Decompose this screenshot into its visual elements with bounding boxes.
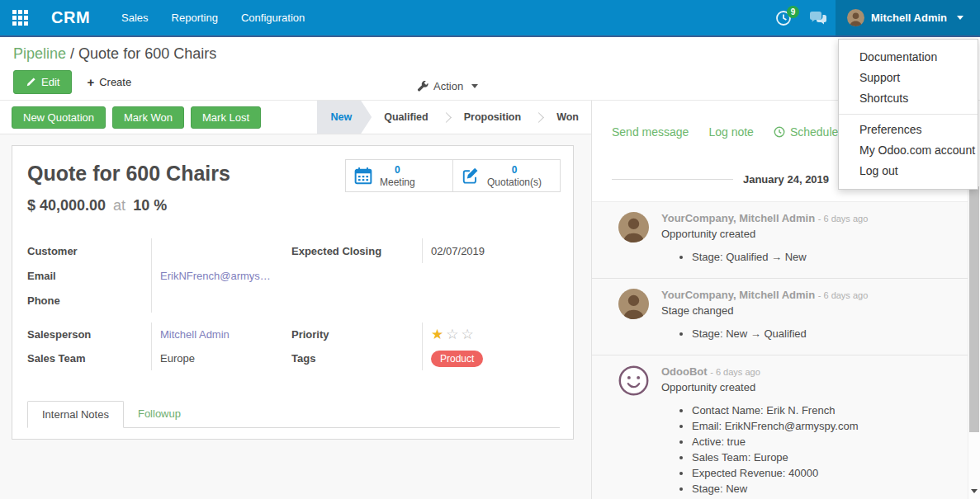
new-quotation-button[interactable]: New Quotation bbox=[12, 106, 106, 129]
menu-item-shortcuts[interactable]: Shortcuts bbox=[839, 88, 978, 109]
schedule-clock-icon bbox=[774, 126, 785, 138]
breadcrumb-separator: / bbox=[70, 45, 74, 62]
top-menu: Sales Reporting Configuration bbox=[121, 12, 305, 24]
customer-label: Customer bbox=[27, 238, 151, 263]
email-label: Email bbox=[27, 263, 151, 288]
menu-item-log-out[interactable]: Log out bbox=[839, 161, 978, 181]
field-group-contact: Customer Expected Closing 02/07/2019 Ema… bbox=[27, 238, 560, 313]
statusbar: New Quotation Mark Won Mark Lost New Qua… bbox=[0, 101, 591, 134]
priority-stars[interactable]: ★☆☆ bbox=[431, 326, 476, 343]
message-body: Stage changed bbox=[661, 304, 947, 317]
toolbar: Edit + Create Action bbox=[13, 70, 980, 94]
message-item: OdooBot - 6 days ago Opportunity created… bbox=[592, 355, 980, 499]
message-timestamp: - 6 days ago bbox=[710, 367, 760, 377]
action-dropdown[interactable]: Action bbox=[417, 80, 478, 92]
activity-count-badge: 9 bbox=[787, 6, 799, 18]
user-name: Mitchell Admin bbox=[871, 12, 947, 24]
edit-button[interactable]: Edit bbox=[13, 70, 72, 94]
mark-won-button[interactable]: Mark Won bbox=[112, 106, 184, 129]
salesperson-label: Salesperson bbox=[27, 322, 151, 346]
opportunity-sheet: Quote for 600 Chairs $ 40,000.00 at 10 % bbox=[12, 145, 574, 440]
stage-pipeline: New Qualified Proposition Won bbox=[317, 101, 591, 134]
message-list: YourCompany, Mitchell Admin - 6 days ago… bbox=[592, 201, 980, 499]
message-item: YourCompany, Mitchell Admin - 6 days ago… bbox=[592, 279, 980, 355]
probability-value: 10 % bbox=[133, 197, 167, 214]
menu-item-my-odoo-account[interactable]: My Odoo.com account bbox=[839, 140, 978, 161]
breadcrumb-current: Quote for 600 Chairs bbox=[78, 45, 216, 62]
stage-new[interactable]: New bbox=[317, 101, 372, 134]
menu-item-support[interactable]: Support bbox=[839, 68, 978, 88]
pencil-icon bbox=[26, 77, 36, 87]
sales-team-label: Sales Team bbox=[27, 346, 151, 370]
menu-item-sales[interactable]: Sales bbox=[121, 12, 149, 24]
breadcrumb-pipeline-link[interactable]: Pipeline bbox=[13, 45, 66, 62]
opportunity-title: Quote for 600 Chairs bbox=[27, 162, 230, 186]
stage-qualified[interactable]: Qualified bbox=[372, 101, 440, 134]
apps-grid-icon bbox=[12, 10, 28, 26]
form-column: New Quotation Mark Won Mark Lost New Qua… bbox=[0, 101, 591, 499]
mark-lost-button[interactable]: Mark Lost bbox=[191, 106, 261, 129]
chevron-down-icon bbox=[471, 84, 478, 88]
message-tracking-values: Contact Name: Erik N. French Email: Erik… bbox=[661, 402, 947, 499]
messages-menu-button[interactable] bbox=[801, 0, 836, 35]
message-author: OdooBot bbox=[661, 365, 708, 378]
stat-button-group: 0 Meeting 0 Quotation(s) bbox=[345, 159, 561, 192]
menu-item-configuration[interactable]: Configuration bbox=[241, 12, 305, 24]
star-empty-icon[interactable]: ☆ bbox=[446, 327, 461, 342]
log-note-link[interactable]: Log note bbox=[708, 125, 754, 139]
chevron-down-icon bbox=[957, 16, 963, 20]
field-group-sales: Salesperson Mitchell Admin Priority ★☆☆ … bbox=[27, 322, 560, 370]
apps-menu-button[interactable] bbox=[0, 0, 40, 35]
calendar-icon bbox=[354, 167, 372, 185]
meetings-stat-button[interactable]: 0 Meeting bbox=[345, 159, 453, 192]
meeting-count: 0 bbox=[395, 164, 400, 176]
control-panel: Pipeline / Quote for 600 Chairs Edit + C… bbox=[0, 37, 980, 101]
create-button[interactable]: + Create bbox=[78, 70, 140, 94]
plus-icon: + bbox=[87, 75, 94, 89]
sheet-area: Quote for 600 Chairs $ 40,000.00 at 10 % bbox=[0, 134, 591, 499]
menu-item-reporting[interactable]: Reporting bbox=[172, 12, 218, 24]
scrollbar-thumb[interactable] bbox=[969, 186, 979, 432]
quotations-stat-button[interactable]: 0 Quotation(s) bbox=[452, 159, 561, 192]
meeting-label: Meeting bbox=[380, 177, 415, 188]
sales-team-value[interactable]: Europe bbox=[151, 346, 291, 370]
stage-proposition[interactable]: Proposition bbox=[452, 101, 533, 134]
main-navbar: CRM Sales Reporting Configuration 9 bbox=[0, 0, 980, 37]
user-avatar bbox=[847, 9, 864, 26]
customer-value[interactable] bbox=[151, 238, 291, 263]
at-label: at bbox=[110, 197, 129, 214]
amount-value: $ 40,000.00 bbox=[27, 197, 106, 214]
odoobot-avatar bbox=[618, 365, 649, 396]
scrollbar-down-arrow-icon[interactable] bbox=[971, 489, 978, 493]
author-avatar bbox=[618, 289, 649, 319]
user-dropdown-menu: Documentation Support Shortcuts Preferen… bbox=[838, 39, 978, 190]
message-tracking-values: Stage: New → Qualified bbox=[661, 326, 947, 341]
crm-form-page: CRM Sales Reporting Configuration 9 bbox=[0, 0, 980, 499]
message-body: Opportunity created bbox=[661, 381, 947, 393]
message-body: Opportunity created bbox=[661, 228, 947, 240]
activity-menu-button[interactable]: 9 bbox=[766, 0, 801, 35]
user-menu-button[interactable]: Mitchell Admin bbox=[836, 0, 980, 35]
send-message-link[interactable]: Send message bbox=[612, 125, 689, 139]
menu-item-documentation[interactable]: Documentation bbox=[839, 47, 978, 68]
breadcrumb: Pipeline / Quote for 600 Chairs bbox=[13, 45, 980, 63]
chat-bubble-icon bbox=[809, 11, 827, 26]
phone-value[interactable] bbox=[151, 288, 291, 313]
priority-label: Priority bbox=[291, 322, 422, 346]
star-filled-icon[interactable]: ★ bbox=[431, 327, 446, 342]
menu-divider bbox=[839, 114, 978, 115]
message-item: YourCompany, Mitchell Admin - 6 days ago… bbox=[592, 201, 980, 279]
date-separator-label: January 24, 2019 bbox=[733, 173, 839, 186]
phone-label: Phone bbox=[27, 288, 151, 313]
email-value[interactable]: ErikNFrench@armys… bbox=[151, 263, 291, 288]
star-empty-icon[interactable]: ☆ bbox=[462, 327, 476, 342]
message-author: YourCompany, Mitchell Admin bbox=[661, 212, 815, 224]
tab-followup[interactable]: Followup bbox=[124, 401, 195, 427]
content: New Quotation Mark Won Mark Lost New Qua… bbox=[0, 101, 980, 499]
quotation-count: 0 bbox=[512, 164, 518, 176]
tab-internal-notes[interactable]: Internal Notes bbox=[27, 401, 124, 428]
wrench-icon bbox=[417, 81, 428, 92]
menu-item-preferences[interactable]: Preferences bbox=[839, 120, 978, 140]
stage-won[interactable]: Won bbox=[544, 101, 591, 134]
salesperson-value[interactable]: Mitchell Admin bbox=[151, 322, 291, 346]
